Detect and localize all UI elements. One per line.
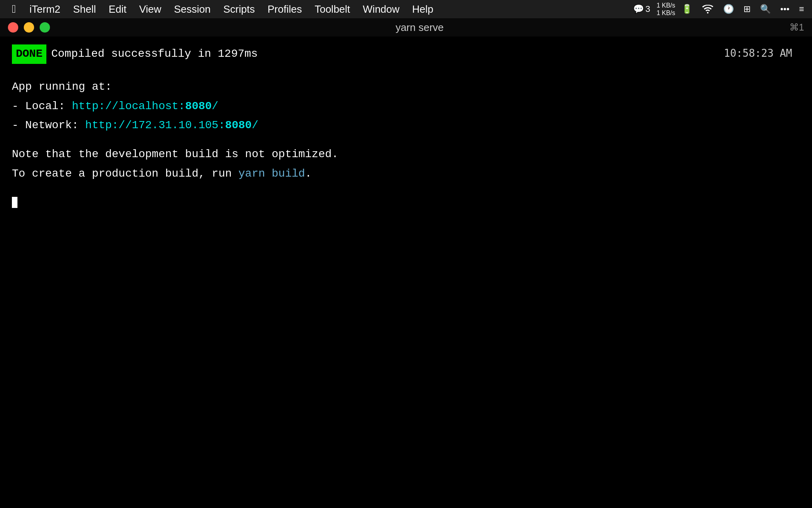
terminal-content: DONE Compiled successfully in 1297ms 10:… — [0, 37, 812, 221]
network-url-line: - Network: http://172.31.10.105:8080/ — [12, 117, 800, 135]
network-down: 1 KB/s — [657, 9, 675, 17]
menubar-scripts[interactable]: Scripts — [217, 0, 261, 18]
control-center-icon[interactable]: ⊞ — [740, 4, 754, 14]
apple-menu[interactable]:  — [5, 0, 23, 18]
app-running-line: App running at: — [12, 78, 800, 96]
build-line-suffix: . — [305, 167, 312, 180]
menubar:  iTerm2 Shell Edit View Session Scripts… — [0, 0, 812, 18]
menubar-window[interactable]: Window — [356, 0, 406, 18]
wifi-icon[interactable] — [699, 5, 717, 13]
compile-message: Compiled successfully in 1297ms — [51, 45, 258, 63]
window-title: yarn serve — [56, 21, 784, 34]
menu-extras[interactable]: ••• — [777, 4, 793, 14]
menu-list-icon[interactable]: ≡ — [796, 4, 807, 14]
menubar-view[interactable]: View — [133, 0, 168, 18]
menubar-iterm2[interactable]: iTerm2 — [23, 0, 67, 18]
battery-icon: 🔋 — [678, 4, 695, 14]
wechat-icon[interactable]: 💬 3 — [630, 4, 653, 14]
menubar-profiles[interactable]: Profiles — [261, 0, 308, 18]
network-up: 1 KB/s — [657, 2, 675, 9]
build-line-prefix: To create a production build, run — [12, 167, 238, 180]
clock-icon: 🕐 — [720, 4, 737, 14]
local-label: - Local: — [12, 100, 72, 112]
local-url-line: - Local: http://localhost:8080/ — [12, 98, 800, 115]
menubar-shell[interactable]: Shell — [67, 0, 102, 18]
network-stats: 1 KB/s 1 KB/s — [657, 2, 675, 17]
build-line: To create a production build, run yarn b… — [12, 165, 800, 183]
window-shortcut: ⌘1 — [789, 22, 804, 33]
yarn-build-command: yarn build — [238, 167, 305, 180]
terminal-cursor — [12, 197, 17, 208]
compile-status-line: DONE Compiled successfully in 1297ms 10:… — [12, 44, 800, 64]
menubar-edit[interactable]: Edit — [102, 0, 133, 18]
maximize-button[interactable] — [40, 22, 50, 33]
local-url[interactable]: http://localhost:8080/ — [72, 100, 218, 112]
done-badge: DONE — [12, 44, 46, 64]
timestamp: 10:58:23 AM — [724, 45, 800, 62]
menubar-session[interactable]: Session — [168, 0, 217, 18]
minimize-button[interactable] — [24, 22, 34, 33]
menubar-toolbelt[interactable]: Toolbelt — [308, 0, 356, 18]
titlebar: yarn serve ⌘1 — [0, 18, 812, 37]
close-button[interactable] — [8, 22, 18, 33]
cursor-line — [12, 194, 800, 212]
menubar-right: 💬 3 1 KB/s 1 KB/s 🔋 🕐 ⊞ 🔍 ••• ≡ — [630, 2, 807, 17]
network-label: - Network: — [12, 119, 85, 131]
network-url[interactable]: http://172.31.10.105:8080/ — [85, 119, 259, 131]
note-line: Note that the development build is not o… — [12, 146, 800, 164]
menubar-help[interactable]: Help — [406, 0, 440, 18]
spotlight-icon[interactable]: 🔍 — [757, 4, 774, 14]
